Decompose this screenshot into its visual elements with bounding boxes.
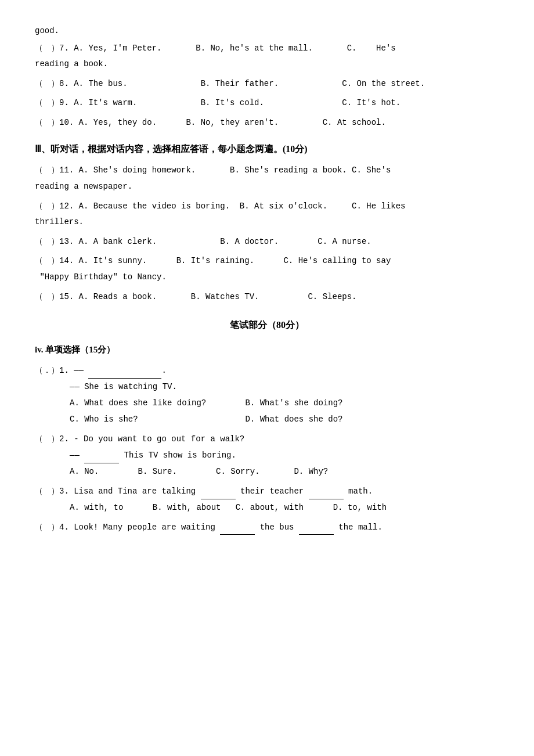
- wq1-sub1: —— She is watching TV.: [70, 379, 499, 395]
- questions-7-10-block: （ ）7. A. Yes, I'm Peter. B. No, he's at …: [35, 40, 499, 131]
- section4-header: iv. 单项选择（15分）: [35, 342, 499, 358]
- wq1-sub3: C. Who is she? D. What does she do?: [70, 411, 499, 427]
- question-10: （ ）10. A. Yes, they do. B. No, they aren…: [35, 114, 499, 131]
- question-14: （ ）14. A. It's sunny. B. It's raining. C…: [35, 253, 499, 285]
- wq3-blank2: [309, 483, 344, 499]
- questions-11-15-block: （ ）11. A. She's doing homework. B. She's…: [35, 162, 499, 304]
- wq4-line: （ ）4. Look! Many people are waiting the …: [35, 523, 383, 532]
- q11-cont: reading a newspaper.: [35, 182, 132, 191]
- wq2-sub2: A. No. B. Sure. C. Sorry. D. Why?: [70, 463, 499, 480]
- written-questions-block: （．）1. —— . —— She is watching TV. A. Wha…: [35, 362, 499, 535]
- question-9: （ ）9. A. It's warm. B. It's cold. C. It'…: [35, 95, 499, 111]
- written-q4: （ ）4. Look! Many people are waiting the …: [35, 519, 499, 535]
- wq3-sub1: A. with, to B. with, about C. about, wit…: [70, 499, 499, 516]
- written-q3: （ ）3. Lisa and Tina are talking their te…: [35, 483, 499, 516]
- wq2-sub1: —— This TV show is boring.: [70, 447, 499, 463]
- wq2-line: （ ）2. - Do you want to go out for a walk…: [35, 434, 244, 444]
- top-text: good.: [35, 23, 499, 39]
- written-q1: （．）1. —— . —— She is watching TV. A. Wha…: [35, 362, 499, 427]
- wq4-blank1: [220, 519, 255, 535]
- wq1-blank: [88, 362, 161, 379]
- wq3-line: （ ）3. Lisa and Tina are talking their te…: [35, 487, 373, 496]
- wq3-blank1: [201, 483, 236, 499]
- q14-line: （ ）14. A. It's sunny. B. It's raining. C…: [35, 256, 391, 265]
- q8-line: （ ）8. A. The bus. B. Their father. C. On…: [35, 79, 425, 88]
- wq2-blank: [84, 447, 119, 463]
- q11-line: （ ）11. A. She's doing homework. B. She's…: [35, 165, 391, 175]
- question-11: （ ）11. A. She's doing homework. B. She's…: [35, 162, 499, 194]
- q9-line: （ ）9. A. It's warm. B. It's cold. C. It'…: [35, 98, 400, 107]
- q7-cont: reading a book.: [35, 59, 108, 69]
- question-13: （ ）13. A. A bank clerk. B. A doctor. C. …: [35, 233, 499, 250]
- wq1-sub2: A. What does she like doing? B. What's s…: [70, 395, 499, 411]
- q15-line: （ ）15. A. Reads a book. B. Watches TV. C…: [35, 292, 356, 301]
- question-8: （ ）8. A. The bus. B. Their father. C. On…: [35, 75, 499, 92]
- question-7: （ ）7. A. Yes, I'm Peter. B. No, he's at …: [35, 40, 499, 72]
- question-15: （ ）15. A. Reads a book. B. Watches TV. C…: [35, 289, 499, 305]
- q12-cont: thrillers.: [35, 217, 84, 226]
- q14-cont: "Happy Birthday" to Nancy.: [35, 272, 167, 282]
- written-q2: （ ）2. - Do you want to go out for a walk…: [35, 431, 499, 480]
- wq1-line: （．）1. —— .: [35, 366, 167, 375]
- written-section-header: 笔试部分（80分）: [35, 317, 499, 334]
- wq4-blank2: [299, 519, 334, 535]
- question-12: （ ）12. A. Because the video is boring. B…: [35, 198, 499, 230]
- q12-line: （ ）12. A. Because the video is boring. B…: [35, 201, 406, 211]
- section3-header: Ⅲ、听对话，根据对话内容，选择相应答语，每小题念两遍。(10分): [35, 141, 499, 158]
- q13-line: （ ）13. A. A bank clerk. B. A doctor. C. …: [35, 237, 371, 246]
- q7-line: （ ）7. A. Yes, I'm Peter. B. No, he's at …: [35, 44, 396, 53]
- q10-line: （ ）10. A. Yes, they do. B. No, they aren…: [35, 118, 386, 127]
